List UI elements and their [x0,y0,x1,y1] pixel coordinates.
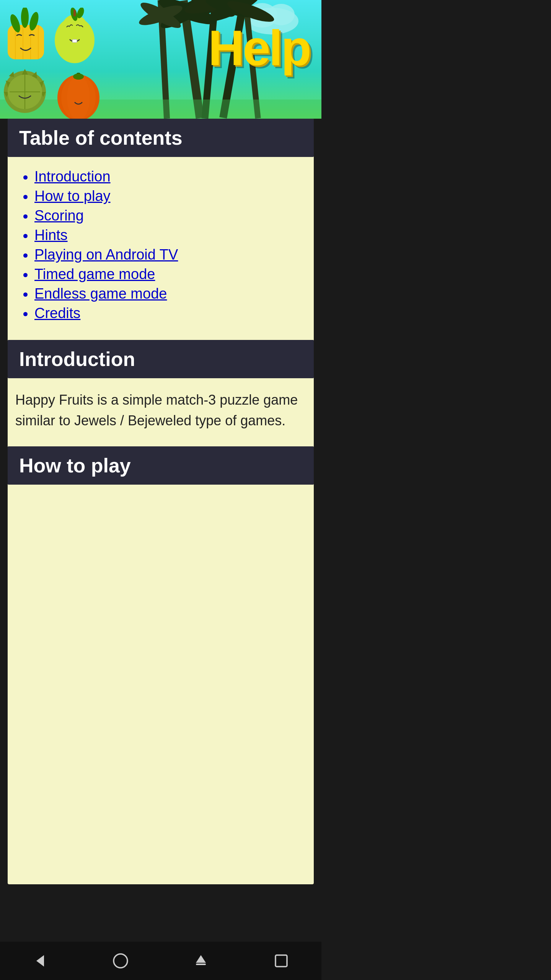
toc-list: Introduction How to play Scoring Hints P… [15,168,306,322]
svg-rect-83 [276,955,287,967]
toc-link-endless[interactable]: Endless game mode [34,286,167,302]
svg-point-69 [73,74,84,80]
svg-rect-47 [72,39,77,42]
howtoplay-header: How to play [8,446,314,485]
howtoplay-body [8,485,314,561]
list-item[interactable]: Scoring [34,207,306,224]
home-button[interactable] [105,949,136,972]
recents-button[interactable] [186,949,216,972]
introduction-text: Happy Fruits is a simple match-3 puzzle … [15,390,306,431]
list-item[interactable]: How to play [34,188,306,204]
page-title: Help [208,23,310,73]
toc-link-scoring[interactable]: Scoring [34,207,84,224]
navigation-bar [0,942,321,980]
list-item[interactable]: Credits [34,305,306,322]
hero-section: Help [0,0,321,119]
toc-link-androidtv[interactable]: Playing on Android TV [34,247,178,263]
svg-rect-82 [196,964,206,965]
svg-point-80 [114,954,127,968]
svg-rect-40 [73,10,76,16]
toc-link-timed[interactable]: Timed game mode [34,266,155,282]
list-item[interactable]: Timed game mode [34,266,306,283]
howtoplay-section: How to play [8,446,314,561]
content-area: Table of contents Introduction How to pl… [8,119,314,884]
list-item[interactable]: Endless game mode [34,286,306,302]
fruit-characters [0,8,119,119]
toc-link-howtoplay[interactable]: How to play [34,188,111,204]
toc-link-hints[interactable]: Hints [34,227,68,243]
list-item[interactable]: Introduction [34,168,306,185]
svg-point-67 [67,75,90,119]
overview-button[interactable] [266,949,297,972]
introduction-header: Introduction [8,340,314,378]
svg-marker-79 [36,955,44,967]
introduction-body: Happy Fruits is a simple match-3 puzzle … [8,378,314,446]
svg-marker-53 [9,72,14,77]
introduction-section: Introduction Happy Fruits is a simple ma… [8,340,314,446]
list-item[interactable]: Hints [34,227,306,243]
svg-marker-81 [196,955,206,963]
back-button[interactable] [25,949,55,972]
toc-link-introduction[interactable]: Introduction [34,168,111,185]
toc-section: Introduction How to play Scoring Hints P… [8,157,314,340]
list-item[interactable]: Playing on Android TV [34,247,306,263]
toc-header: Table of contents [8,119,314,157]
toc-link-credits[interactable]: Credits [34,305,80,321]
